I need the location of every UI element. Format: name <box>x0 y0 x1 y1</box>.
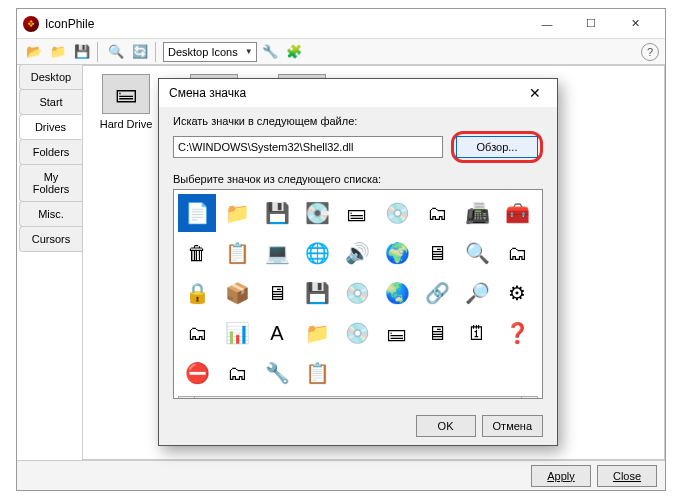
icon-choice[interactable]: 🗂 <box>178 314 216 352</box>
maximize-button[interactable]: ☐ <box>569 10 613 38</box>
icon-choice[interactable]: 📁 <box>218 194 256 232</box>
icon-choice[interactable]: 💻 <box>258 234 296 272</box>
icon-choice[interactable]: 📋 <box>218 234 256 272</box>
cancel-button[interactable]: Отмена <box>482 415 543 437</box>
minimize-button[interactable]: — <box>525 10 569 38</box>
folder-open-icon[interactable]: 📂 <box>23 42 45 62</box>
icon-choice[interactable]: 🔍 <box>458 234 496 272</box>
icon-choice[interactable]: 💾 <box>258 194 296 232</box>
icon-choice[interactable]: 🖥 <box>258 274 296 312</box>
drive-icon: 🖴 <box>102 74 150 114</box>
search-icon[interactable]: 🔍 <box>105 42 127 62</box>
ok-button[interactable]: OK <box>416 415 476 437</box>
icon-choice[interactable]: 🔒 <box>178 274 216 312</box>
save-icon[interactable]: 💾 <box>71 42 93 62</box>
scroll-right-icon[interactable]: ▶ <box>521 397 537 399</box>
icon-choice[interactable]: ⚙ <box>498 274 536 312</box>
apply-button[interactable]: Apply <box>531 465 591 487</box>
desktop-item[interactable]: 🖴Hard Drive <box>91 74 161 130</box>
list-label: Выберите значок из следующего списка: <box>173 173 543 185</box>
scroll-left-icon[interactable]: ◀ <box>179 397 195 399</box>
icon-choice[interactable]: 🖴 <box>338 194 376 232</box>
icon-choice[interactable]: 📊 <box>218 314 256 352</box>
icon-grid: 📄📁💾💽🖴💿🗂📠🧰🗑📋💻🌐🔊🌍🖥🔍🗂🔒📦🖥💾💿🌏🔗🔎⚙🗂📊A📁💿🖴🖥🗓❓⛔🗂🔧📋 <box>178 194 538 392</box>
tab-misc-[interactable]: Misc. <box>19 201 82 227</box>
icon-choice[interactable]: 🌍 <box>378 234 416 272</box>
icon-choice[interactable]: 💿 <box>378 194 416 232</box>
category-select-label: Desktop Icons <box>168 46 238 58</box>
icon-choice[interactable]: 📠 <box>458 194 496 232</box>
browse-button[interactable]: Обзор... <box>456 136 538 158</box>
category-select[interactable]: Desktop Icons <box>163 42 257 62</box>
app-icon <box>23 16 39 32</box>
toolbar: 📂 📁 💾 🔍 🔄 Desktop Icons 🔧 🧩 ? <box>17 39 665 65</box>
dialog-titlebar: Смена значка ✕ <box>159 79 557 107</box>
bottom-bar: Apply Close <box>17 460 665 490</box>
tool-icon-2[interactable]: 🧩 <box>283 42 305 62</box>
icon-choice[interactable]: 🗂 <box>218 354 256 392</box>
icon-choice[interactable]: ⛔ <box>178 354 216 392</box>
icon-choice[interactable]: 🗂 <box>418 194 456 232</box>
folder-up-icon[interactable]: 📁 <box>47 42 69 62</box>
icon-choice[interactable]: 🔎 <box>458 274 496 312</box>
side-tabs: DesktopStartDrivesFoldersMy FoldersMisc.… <box>17 65 83 460</box>
icon-choice[interactable]: 🧰 <box>498 194 536 232</box>
icon-choice[interactable]: 🔗 <box>418 274 456 312</box>
horizontal-scrollbar[interactable]: ◀ ▶ <box>178 396 538 399</box>
icon-list-box: 📄📁💾💽🖴💿🗂📠🧰🗑📋💻🌐🔊🌍🖥🔍🗂🔒📦🖥💾💿🌏🔗🔎⚙🗂📊A📁💿🖴🖥🗓❓⛔🗂🔧📋… <box>173 189 543 399</box>
tab-folders[interactable]: Folders <box>19 139 82 165</box>
icon-choice[interactable]: 🖥 <box>418 234 456 272</box>
icon-choice[interactable]: 🖥 <box>418 314 456 352</box>
icon-choice[interactable]: ❓ <box>498 314 536 352</box>
icon-choice[interactable]: 💿 <box>338 274 376 312</box>
tab-my-folders[interactable]: My Folders <box>19 164 82 202</box>
icon-choice[interactable]: 🖴 <box>378 314 416 352</box>
tab-cursors[interactable]: Cursors <box>19 226 82 252</box>
dialog-close-button[interactable]: ✕ <box>519 81 551 105</box>
icon-choice[interactable]: 📋 <box>298 354 336 392</box>
icon-choice[interactable]: 🔧 <box>258 354 296 392</box>
close-button[interactable]: ✕ <box>613 10 657 38</box>
icon-choice[interactable]: 💾 <box>298 274 336 312</box>
tab-start[interactable]: Start <box>19 89 82 115</box>
icon-choice[interactable]: 💿 <box>338 314 376 352</box>
dialog-title: Смена значка <box>169 86 246 100</box>
icon-choice[interactable]: 🔊 <box>338 234 376 272</box>
titlebar: IconPhile — ☐ ✕ <box>17 9 665 39</box>
close-app-button[interactable]: Close <box>597 465 657 487</box>
icon-choice[interactable]: 🗓 <box>458 314 496 352</box>
icon-path-input[interactable] <box>173 136 443 158</box>
icon-choice[interactable]: 📁 <box>298 314 336 352</box>
icon-choice[interactable]: 🌐 <box>298 234 336 272</box>
icon-choice[interactable]: 📦 <box>218 274 256 312</box>
desktop-item-label: Hard Drive <box>91 118 161 130</box>
change-icon-dialog: Смена значка ✕ Искать значки в следующем… <box>158 78 558 446</box>
icon-choice[interactable]: A <box>258 314 296 352</box>
tab-drives[interactable]: Drives <box>19 114 82 140</box>
refresh-icon[interactable]: 🔄 <box>129 42 151 62</box>
icon-choice[interactable]: 🗂 <box>498 234 536 272</box>
icon-choice[interactable]: 🌏 <box>378 274 416 312</box>
tab-desktop[interactable]: Desktop <box>19 64 82 90</box>
icon-choice[interactable]: 📄 <box>178 194 216 232</box>
icon-choice[interactable]: 💽 <box>298 194 336 232</box>
app-title: IconPhile <box>45 17 94 31</box>
path-label: Искать значки в следующем файле: <box>173 115 543 127</box>
help-icon[interactable]: ? <box>641 43 659 61</box>
icon-choice[interactable]: 🗑 <box>178 234 216 272</box>
browse-highlight: Обзор... <box>451 131 543 163</box>
tool-icon-1[interactable]: 🔧 <box>259 42 281 62</box>
